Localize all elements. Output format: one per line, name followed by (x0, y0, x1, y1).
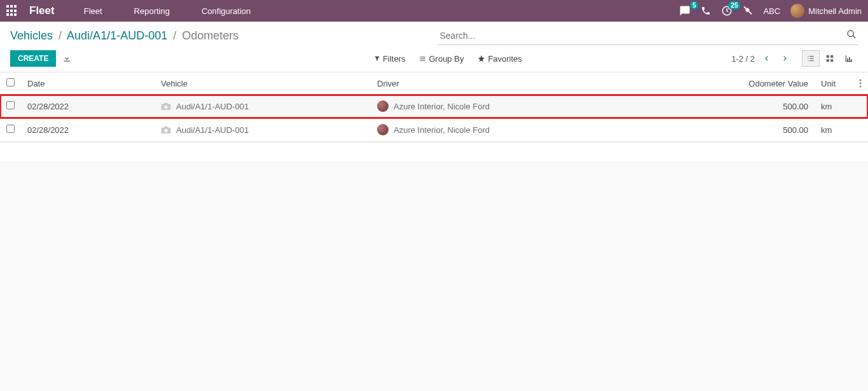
svg-rect-7 (847, 58, 848, 62)
star-icon (478, 55, 485, 62)
user-menu[interactable]: Mitchell Admin (790, 4, 862, 18)
camera-icon (161, 102, 171, 111)
svg-rect-3 (827, 55, 829, 58)
apps-icon[interactable] (6, 5, 18, 17)
groupby-label: Group By (429, 54, 464, 64)
groupby-button[interactable]: Group By (419, 54, 464, 64)
svg-rect-6 (830, 59, 833, 62)
favorites-button[interactable]: Favorites (478, 54, 521, 64)
driver-avatar-icon (377, 124, 389, 135)
top-navbar: Fleet Fleet Reporting Configuration 5 25… (0, 0, 868, 22)
cell-vehicle: Audi/A1/1-AUD-001 (161, 102, 364, 111)
phone-icon[interactable] (701, 6, 711, 16)
clock-badge: 25 (728, 1, 740, 10)
vehicle-label: Audi/A1/1-AUD-001 (176, 125, 249, 135)
table-row[interactable]: 02/28/2022 Audi/A1/1-AUD-001 Azure Inter… (0, 95, 868, 118)
search-input[interactable] (437, 27, 858, 45)
table-footer (0, 142, 868, 161)
navbar-left: Fleet Fleet Reporting Configuration (6, 4, 679, 17)
col-driver[interactable]: Driver (371, 72, 726, 95)
list-view-icon (806, 54, 815, 63)
breadcrumb: Vehicles / Audi/A1/1-AUD-001 / Odometers (10, 29, 431, 43)
graph-view-icon (844, 54, 853, 63)
chat-icon[interactable]: 5 (679, 5, 691, 17)
pager: 1-2 / 2 (731, 51, 790, 65)
navbar-right: 5 25 ABC Mitchell Admin (679, 4, 862, 18)
col-value[interactable]: Odometer Value (726, 72, 815, 95)
svg-point-12 (860, 86, 862, 88)
cell-value: 500.00 (726, 95, 815, 118)
kanban-view-button[interactable] (821, 50, 839, 67)
kanban-view-icon (825, 54, 834, 63)
view-switcher (802, 50, 858, 67)
graph-view-button[interactable] (840, 50, 858, 67)
tools-icon[interactable] (743, 6, 753, 16)
cp-center: Filters Group By Favorites (368, 54, 731, 64)
cell-date: 02/28/2022 (21, 95, 155, 118)
create-button[interactable]: CREATE (10, 50, 56, 67)
breadcrumb-vehicle[interactable]: Audi/A1/1-AUD-001 (67, 29, 167, 42)
svg-point-2 (848, 31, 853, 36)
filters-button[interactable]: Filters (374, 54, 405, 64)
cell-date: 02/28/2022 (21, 118, 155, 142)
nav-link-fleet[interactable]: Fleet (81, 6, 105, 16)
cell-value: 500.00 (726, 118, 815, 142)
pager-next-icon[interactable] (779, 51, 790, 65)
driver-label: Azure Interior, Nicole Ford (394, 125, 490, 135)
breadcrumb-vehicles[interactable]: Vehicles (10, 29, 53, 42)
col-menu-icon[interactable] (853, 72, 868, 95)
search-box (437, 27, 858, 45)
col-unit[interactable]: Unit (815, 72, 853, 95)
col-date[interactable]: Date (21, 72, 155, 95)
company-selector[interactable]: ABC (763, 6, 780, 16)
company-label: ABC (763, 6, 780, 16)
row-checkbox[interactable] (6, 125, 15, 133)
col-vehicle[interactable]: Vehicle (155, 72, 371, 95)
search-icon[interactable] (846, 29, 857, 39)
cell-driver: Azure Interior, Nicole Ford (377, 124, 719, 135)
driver-label: Azure Interior, Nicole Ford (394, 102, 490, 111)
funnel-icon (374, 55, 380, 62)
cell-driver: Azure Interior, Nicole Ford (377, 100, 719, 112)
svg-point-10 (860, 79, 862, 81)
svg-rect-9 (851, 59, 852, 62)
list-view-button[interactable] (802, 50, 820, 67)
driver-avatar-icon (377, 100, 389, 112)
camera-icon (161, 125, 171, 134)
cp-left: CREATE (10, 50, 368, 67)
download-icon[interactable] (62, 54, 71, 63)
user-avatar-icon (790, 4, 804, 18)
cell-unit: km (815, 118, 853, 142)
svg-rect-5 (827, 59, 829, 62)
cp-top: Vehicles / Audi/A1/1-AUD-001 / Odometers (0, 22, 868, 45)
nav-link-configuration[interactable]: Configuration (199, 6, 253, 16)
pager-prev-icon[interactable] (761, 51, 773, 65)
cp-right: 1-2 / 2 (731, 50, 858, 67)
vehicle-label: Audi/A1/1-AUD-001 (176, 102, 249, 111)
table-header-row: Date Vehicle Driver Odometer Value Unit (0, 72, 868, 95)
svg-point-11 (860, 83, 862, 85)
breadcrumb-current: Odometers (182, 29, 238, 42)
row-checkbox[interactable] (6, 101, 15, 109)
user-name: Mitchell Admin (808, 6, 862, 16)
pager-range: 1-2 / 2 (731, 54, 755, 64)
cell-unit: km (815, 95, 853, 118)
breadcrumb-sep: / (173, 29, 176, 42)
table-row[interactable]: 02/28/2022 Audi/A1/1-AUD-001 Azure Inter… (0, 118, 868, 142)
select-all-checkbox[interactable] (6, 78, 15, 86)
svg-rect-4 (830, 55, 833, 58)
data-table: Date Vehicle Driver Odometer Value Unit … (0, 72, 868, 161)
nav-link-reporting[interactable]: Reporting (132, 6, 172, 16)
breadcrumb-sep: / (59, 29, 62, 42)
control-panel: Vehicles / Audi/A1/1-AUD-001 / Odometers… (0, 22, 868, 72)
list-icon (419, 55, 426, 62)
cell-vehicle: Audi/A1/1-AUD-001 (161, 125, 364, 135)
filters-label: Filters (383, 54, 405, 64)
app-brand[interactable]: Fleet (29, 4, 55, 17)
cp-bottom: CREATE Filters Group By Favorites 1-2 / … (0, 45, 868, 72)
clock-icon[interactable]: 25 (721, 5, 733, 17)
svg-rect-8 (849, 57, 850, 62)
favorites-label: Favorites (488, 54, 521, 64)
chat-badge: 5 (690, 1, 699, 10)
